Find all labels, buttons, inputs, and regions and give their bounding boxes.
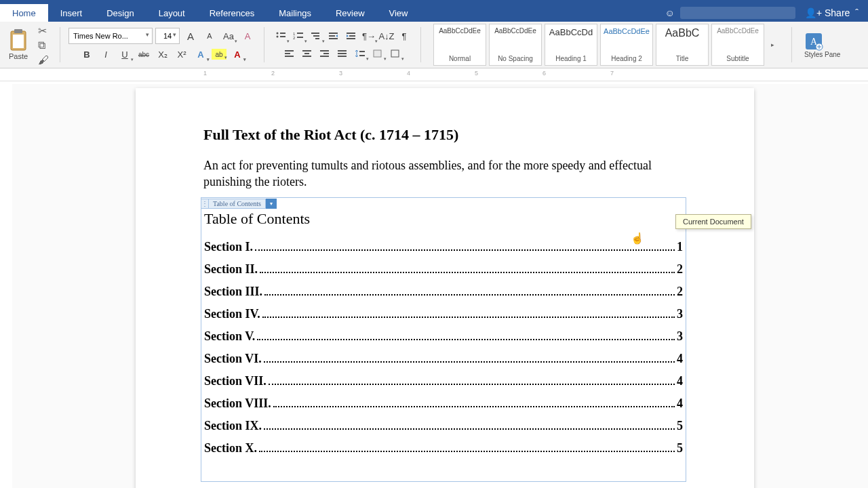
svg-point-5 [277,36,279,38]
toc-entry[interactable]: Section V.3 [204,329,683,344]
clear-formatting-button[interactable]: A [239,28,256,43]
document-title[interactable]: Full Text of the Riot Act (c. 1714 – 171… [203,126,686,144]
svg-rect-35 [391,50,399,57]
align-left-button[interactable] [281,46,298,61]
tab-references[interactable]: References [197,4,267,22]
toc-section-label: Section X. [204,441,257,455]
tab-design[interactable]: Design [94,4,146,22]
grow-font-button[interactable]: A [182,28,199,43]
style-item-normal[interactable]: AaBbCcDdEeNormal [433,24,486,66]
tab-insert[interactable]: Insert [48,4,95,22]
horizontal-ruler[interactable]: 1234567 [0,68,868,81]
style-item-no-spacing[interactable]: AaBbCcDdEeNo Spacing [489,24,542,66]
toc-page-number: 4 [677,396,683,411]
align-right-button[interactable] [317,46,333,61]
bold-button[interactable]: B [79,47,95,62]
tell-me-search[interactable] [680,7,795,19]
style-name: Normal [449,55,471,62]
toc-entry[interactable]: Section II.2 [204,262,683,277]
underline-button[interactable]: U [117,47,133,62]
collapse-ribbon-icon[interactable]: ˆ [855,7,859,18]
share-label: Share [825,7,850,18]
align-center-button[interactable] [299,46,315,61]
svg-rect-10 [297,37,303,38]
svg-rect-25 [302,56,311,57]
toc-page-number: 4 [677,352,683,366]
svg-rect-12 [313,35,319,37]
toc-entry[interactable]: Section VI.4 [204,352,683,366]
ruler-tick: 6 [542,70,546,77]
ruler-tick: 5 [475,70,478,77]
tab-mailings[interactable]: Mailings [267,4,323,22]
italic-button[interactable]: I [98,47,114,62]
show-marks-button[interactable]: ¶ [396,28,412,43]
borders-button[interactable] [387,46,403,61]
text-effects-button[interactable]: A [193,47,209,62]
tab-layout[interactable]: Layout [146,4,197,22]
toc-entry[interactable]: Section IV.3 [204,307,683,321]
style-item-subtitle[interactable]: AaBbCcDdEeSubtitle [711,24,764,66]
font-color-button[interactable]: A [229,47,245,62]
share-button[interactable]: 👤+ Share [805,7,850,18]
line-spacing-button[interactable] [352,46,368,61]
format-painter-icon[interactable]: 🖌︎ [38,54,50,65]
strike-button[interactable]: abc [136,47,152,62]
font-size-select[interactable]: 14 [155,28,180,44]
svg-rect-6 [280,36,285,37]
justify-button[interactable] [334,46,351,61]
svg-rect-32 [359,51,365,52]
document-intro[interactable]: An act for preventing tumults and riotou… [203,157,686,190]
paragraph-group: 12 ¶→ A↓Z ¶ [271,28,414,61]
tab-home[interactable]: Home [0,4,48,22]
style-name: Heading 2 [611,55,642,62]
paste-button[interactable]: Paste [5,29,31,60]
style-preview: AaBbCcDd [549,27,593,37]
subscript-button[interactable]: X₂ [155,47,171,62]
toc-entry[interactable]: Section VII.4 [204,374,683,388]
tab-view[interactable]: View [377,4,420,22]
toc-container[interactable]: Table of Contents Section I.1Section II.… [201,197,686,482]
toc-leader-dots [264,361,675,363]
shading-button[interactable] [370,46,386,61]
toc-entry[interactable]: Section III.2 [204,285,683,299]
shrink-font-button[interactable]: A [201,28,218,43]
numbering-button[interactable]: 12 [290,28,307,43]
sort-button[interactable]: A↓Z [378,28,395,43]
highlight-button[interactable]: ab [212,49,226,60]
styles-pane-button[interactable]: A Styles Pane [800,32,844,58]
toc-heading[interactable]: Table of Contents [204,210,683,228]
styles-gallery-expand[interactable]: ▸ [768,39,783,51]
toc-entry[interactable]: Section IX.5 [204,419,683,433]
cut-icon[interactable]: ✂︎ [38,24,50,35]
increase-indent-button[interactable] [343,28,359,43]
font-name-select[interactable]: Times New Ro... [68,28,153,44]
toc-entry[interactable]: Section VIII.4 [204,396,683,411]
toc-entry[interactable]: Section I.1 [204,240,683,254]
decrease-indent-button[interactable] [326,28,342,43]
svg-rect-1 [14,29,22,33]
toc-leader-dots [262,317,675,318]
font-group: Times New Ro... 14 A A Aa A B I U abc X₂… [67,28,257,62]
tooltip: Current Document [675,214,751,229]
style-item-heading-2[interactable]: AaBbCcDdEeHeading 2 [600,24,653,66]
paste-label: Paste [8,52,28,60]
feedback-icon[interactable]: ☺ [665,7,675,18]
copy-icon[interactable]: ⧉ [38,39,50,50]
svg-rect-31 [338,56,347,57]
toc-entry[interactable]: Section X.5 [204,441,683,455]
toc-leader-dots [264,294,675,296]
ruler-tick: 7 [610,70,614,77]
bullets-button[interactable] [273,28,289,43]
document-workspace: Full Text of the Riot Act (c. 1714 – 171… [12,84,868,488]
superscript-button[interactable]: X² [174,47,190,62]
vertical-ruler[interactable] [0,84,13,488]
change-case-button[interactable]: Aa [220,28,237,43]
svg-rect-34 [374,50,381,57]
ltr-button[interactable]: ¶→ [361,28,377,43]
style-item-heading-1[interactable]: AaBbCcDdHeading 1 [545,24,597,66]
toc-section-label: Section III. [204,285,262,299]
multilevel-list-button[interactable] [308,28,324,43]
svg-rect-24 [304,53,309,54]
tab-review[interactable]: Review [323,4,377,22]
style-item-title[interactable]: AaBbCTitle [656,24,709,66]
